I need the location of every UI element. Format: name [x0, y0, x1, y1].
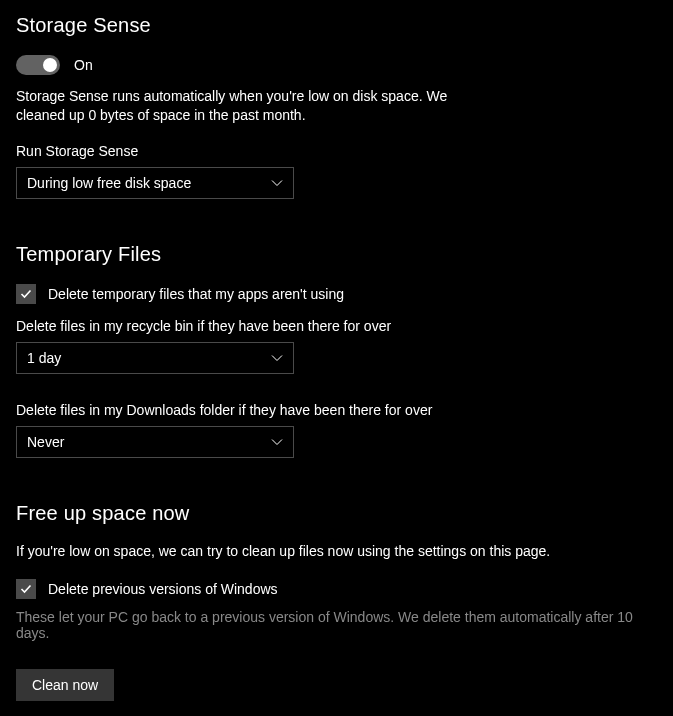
storage-sense-section: Storage Sense On Storage Sense runs auto… — [16, 14, 657, 199]
storage-sense-toggle-label: On — [74, 57, 93, 73]
downloads-label: Delete files in my Downloads folder if t… — [16, 402, 657, 418]
recycle-bin-label: Delete files in my recycle bin if they h… — [16, 318, 657, 334]
delete-temp-files-row: Delete temporary files that my apps aren… — [16, 284, 657, 304]
temporary-files-section: Temporary Files Delete temporary files t… — [16, 243, 657, 458]
chevron-down-icon — [271, 354, 283, 362]
delete-previous-windows-note: These let your PC go back to a previous … — [16, 609, 657, 641]
checkmark-icon — [19, 582, 33, 596]
chevron-down-icon — [271, 438, 283, 446]
downloads-value: Never — [27, 434, 64, 450]
temporary-files-heading: Temporary Files — [16, 243, 657, 266]
storage-sense-toggle[interactable] — [16, 55, 60, 75]
recycle-bin-value: 1 day — [27, 350, 61, 366]
storage-sense-description: Storage Sense runs automatically when yo… — [16, 87, 476, 125]
delete-previous-windows-label: Delete previous versions of Windows — [48, 581, 278, 597]
free-up-space-section: Free up space now If you're low on space… — [16, 502, 657, 701]
delete-previous-windows-row: Delete previous versions of Windows — [16, 579, 657, 599]
recycle-bin-select[interactable]: 1 day — [16, 342, 294, 374]
run-storage-sense-value: During low free disk space — [27, 175, 191, 191]
delete-temp-files-checkbox[interactable] — [16, 284, 36, 304]
free-up-description: If you're low on space, we can try to cl… — [16, 543, 657, 559]
delete-temp-files-label: Delete temporary files that my apps aren… — [48, 286, 344, 302]
checkmark-icon — [19, 287, 33, 301]
delete-previous-windows-checkbox[interactable] — [16, 579, 36, 599]
clean-now-button[interactable]: Clean now — [16, 669, 114, 701]
storage-sense-heading: Storage Sense — [16, 14, 657, 37]
run-storage-sense-label: Run Storage Sense — [16, 143, 657, 159]
run-storage-sense-select[interactable]: During low free disk space — [16, 167, 294, 199]
downloads-select[interactable]: Never — [16, 426, 294, 458]
chevron-down-icon — [271, 179, 283, 187]
storage-sense-toggle-row: On — [16, 55, 657, 75]
free-up-heading: Free up space now — [16, 502, 657, 525]
toggle-knob — [43, 58, 57, 72]
